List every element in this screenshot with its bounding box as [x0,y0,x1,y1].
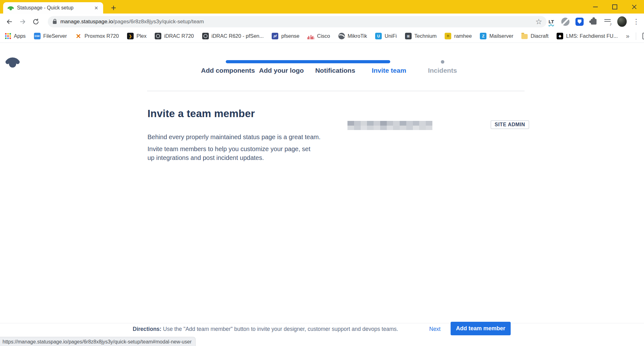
menu-kebab-icon[interactable]: ⋮ [631,17,641,26]
minimize-icon [593,7,598,7]
site-admin-badge: SITE ADMIN [491,120,529,129]
bookmark-apps[interactable]: Apps [5,33,26,39]
plex-icon: ❯ [127,33,134,39]
reading-list-button[interactable]: Leseliste [642,33,644,39]
bookmarks-right-group: » Leseliste [626,32,644,40]
incidents-step-dot [441,60,444,64]
directions-label: Directions: [133,326,161,332]
forward-button[interactable] [16,14,29,30]
window-minimize-button[interactable] [586,0,605,14]
bookmark-label: MikroTik [348,33,367,39]
bookmark-idrac-r620-pfsen[interactable]: iDRAC R620 - pfSen... [202,33,264,39]
next-link[interactable]: Next [429,326,441,332]
bookmark-label: Apps [14,33,26,39]
address-bar[interactable]: manage.statuspage.io/pages/6r8z8x8jys3y/… [48,16,547,27]
bookmark-technium[interactable]: ▣Technium [405,33,437,39]
step-invite-team[interactable]: Invite team [372,67,406,74]
back-icon [6,18,13,26]
url-host: manage.statuspage.io [60,19,113,25]
bookmark-diacraft[interactable]: Diacraft [521,33,548,39]
browser-window: Statuspage - Quick setup × + manage.stat… [0,0,644,346]
reload-button[interactable] [30,14,42,30]
intro-paragraph: Behind every properly maintained status … [147,133,320,141]
step-add-components[interactable]: Add components [201,67,255,74]
bookmarks-bar: AppsDSMFileServer✕Proxmox R720❯PlexiDRAC… [0,30,644,43]
detail-paragraph: Invite team members to help you customiz… [147,145,317,162]
extensions-puzzle-icon[interactable] [589,17,598,26]
bookmark-label: iDRAC R620 - pfSen... [212,33,264,39]
bookmark-label: Diacraft [530,33,548,39]
proxmox-r720-icon: ✕ [75,33,82,39]
bookmark-pfsense[interactable]: pfpfsense [272,33,299,39]
step-incidents[interactable]: Incidents [428,67,457,74]
window-restore-button[interactable] [605,0,625,14]
statuspage-favicon [8,5,14,11]
extensions-row: LT ⋮ [547,14,641,30]
step-notifications[interactable]: Notifications [315,67,355,74]
bookmark-idrac-r720[interactable]: iDRAC R720 [155,33,194,39]
bookmark-label: ramhee [454,33,472,39]
bookmark-label: Mailserver [489,33,513,39]
bookmark-unifi[interactable]: UUniFi [375,33,397,39]
lock-icon[interactable] [53,21,57,24]
restore-icon [612,4,617,9]
window-close-button[interactable] [625,0,644,14]
add-team-member-button[interactable]: Add team member [451,322,511,335]
bookmark-label: Technium [414,33,437,39]
mailserver-icon: Z [480,33,486,39]
bookmark-mailserver[interactable]: ZMailserver [480,33,513,39]
bookmarks-overflow-chevron[interactable]: » [626,32,629,40]
profile-avatar[interactable] [617,17,627,26]
bookmark-fileserver[interactable]: DSMFileServer [34,33,67,39]
status-url-tooltip: https://manage.statuspage.io/pages/6r8z8… [0,337,196,346]
footer-divider [0,323,644,323]
bookmark-label: UniFi [385,33,397,39]
tab-title: Statuspage - Quick setup [17,5,89,11]
pfsense-icon: pf [272,33,278,39]
bookmark-label: pfsense [281,33,299,39]
redacted-member-email [347,121,432,130]
shield-extension-icon[interactable] [575,17,584,26]
idrac-r620-pfsen-icon [202,33,209,39]
mikrotik-icon [338,33,345,39]
diacraft-icon [521,34,528,39]
close-icon [631,4,637,10]
bookmark-mikrotik[interactable]: MikroTik [338,33,367,39]
page-title: Invite a team member [147,108,255,120]
bookmark-label: FileServer [43,33,67,39]
window-controls [586,0,644,14]
lms-fachdienst-fu-icon: ◈ [557,33,563,39]
bookmark-label: Plex [136,33,147,39]
bookmark-plex[interactable]: ❯Plex [127,33,147,39]
setup-progress-bar [226,60,390,63]
playlist-extension-icon[interactable] [603,17,613,26]
fileserver-icon: DSM [34,33,41,39]
bookmark-star-icon[interactable]: ☆ [535,18,542,26]
reading-list-icon [642,33,644,39]
bookmarks-separator [636,32,636,40]
tab-close-icon[interactable]: × [92,4,100,12]
bookmark-cisco[interactable]: Cisco [308,33,330,39]
directions-text: Directions: Use the "Add team member" bu… [133,326,398,332]
languagetool-extension-icon[interactable]: LT [547,17,556,26]
browser-tab[interactable]: Statuspage - Quick setup × [3,2,103,14]
content-divider [147,91,525,91]
directions-body: Use the "Add team member" button to invi… [161,326,398,332]
bookmark-ramhee[interactable]: Hramhee [445,33,472,39]
new-tab-button[interactable]: + [109,3,118,13]
back-button[interactable] [3,14,16,30]
cisco-icon [308,33,314,39]
reload-icon [32,18,39,25]
url-path: /pages/6r8z8x8jys3y/quick-setup/team [113,19,204,25]
browser-toolbar: manage.statuspage.io/pages/6r8z8x8jys3y/… [0,14,644,30]
circle-extension-icon[interactable] [561,17,570,26]
bookmark-lms-fachdienst-fu[interactable]: ◈LMS: Fachdienst FU... [557,33,618,39]
step-add-your-logo[interactable]: Add your logo [259,67,304,74]
ramhee-icon: H [445,33,451,39]
unifi-icon: U [375,33,382,39]
bookmark-label: Cisco [317,33,330,39]
bookmark-proxmox-r720[interactable]: ✕Proxmox R720 [75,33,119,39]
apps-icon [5,33,11,39]
idrac-r720-icon [155,33,161,39]
bookmark-label: Proxmox R720 [85,33,119,39]
